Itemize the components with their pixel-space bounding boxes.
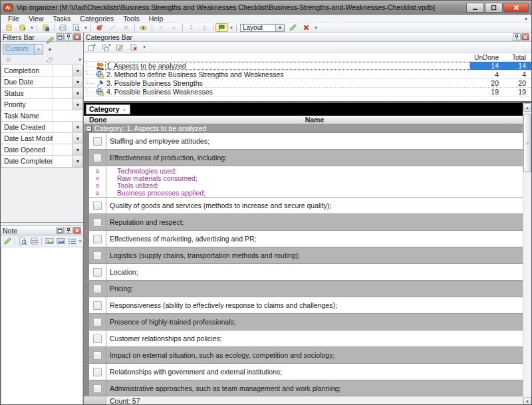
task-row[interactable]: Administrative approaches, such as team …	[84, 380, 523, 396]
category-label[interactable]: 3. Possible Business Strengths	[105, 79, 470, 87]
note-print-button[interactable]	[29, 237, 39, 246]
toolbar-overflow-icon[interactable]: ▾	[313, 25, 319, 31]
chevron-down-icon[interactable]: ▼	[72, 88, 82, 98]
task-name[interactable]: Quality of goods and services (methods t…	[106, 198, 523, 213]
task-checkbox[interactable]	[93, 351, 102, 360]
task-checkbox[interactable]	[93, 251, 102, 260]
task-row[interactable]: Customer relationships and policies;	[84, 331, 523, 347]
task-row[interactable]: Presence of highly-trained professionals…	[84, 314, 523, 331]
filter-value[interactable]	[53, 65, 72, 76]
insert-image-button[interactable]	[44, 237, 55, 246]
task-row[interactable]: Quality of goods and services (methods t…	[84, 198, 523, 214]
task-row[interactable]: Effectiveness of production, including:	[84, 150, 523, 166]
category-sort-button[interactable]: Category ▲	[86, 104, 130, 114]
category-row[interactable]: 3. Possible Business Strengths2020	[84, 79, 531, 88]
menu-item-view[interactable]: View	[24, 15, 49, 23]
task-row[interactable]: Relationships with government and extern…	[84, 364, 523, 380]
task-name[interactable]: Pricing;	[106, 281, 523, 297]
maximize-button[interactable]	[485, 3, 503, 13]
note-content[interactable]	[1, 247, 83, 405]
total-column-header[interactable]: Total	[502, 54, 531, 61]
chevron-down-icon[interactable]: ▼	[72, 76, 82, 87]
insert-object-button[interactable]	[55, 237, 66, 246]
task-name[interactable]: Logistics (supply chains, transportation…	[106, 247, 523, 263]
close-panel-icon[interactable]	[521, 33, 529, 41]
chevron-down-icon[interactable]: ▼	[72, 133, 82, 144]
chevron-down-icon[interactable]: ▼	[34, 45, 43, 54]
filters-toolbar-overflow-icon[interactable]: ▾	[78, 57, 81, 63]
task-sublist-row[interactable]: oTechnologies used;oRaw materials consum…	[84, 166, 523, 198]
task-checkbox[interactable]	[93, 137, 102, 146]
pin-panel-icon[interactable]	[65, 227, 72, 234]
menu-overflow-icon[interactable]: ▾	[525, 16, 529, 22]
toolbar-overflow-icon[interactable]: ▾	[142, 45, 147, 50]
filter-value[interactable]	[53, 122, 72, 132]
category-row[interactable]: 1. Aspects to be analyzed1414	[84, 62, 531, 70]
category-label[interactable]: 2. Method to define Business Strengths a…	[105, 70, 470, 78]
scrollbar-thumb[interactable]: ≡	[523, 114, 531, 172]
open-database-button-dropdown-icon[interactable]: ▾	[29, 25, 35, 31]
menu-item-file[interactable]: File	[3, 15, 24, 23]
task-checkbox[interactable]	[93, 268, 102, 277]
filter-value[interactable]	[53, 144, 72, 155]
task-name[interactable]: Impact on external situation, such as ec…	[106, 347, 523, 363]
note-preview-button[interactable]	[17, 237, 28, 246]
task-name[interactable]: Location;	[106, 264, 523, 280]
task-name[interactable]: Reputation and respect;	[106, 214, 523, 230]
task-name[interactable]: Staffing and employee attitudes;	[106, 133, 523, 149]
new-subcategory-button[interactable]	[100, 43, 112, 52]
task-checkbox[interactable]	[93, 218, 102, 227]
task-row[interactable]: Staffing and employee attitudes;	[84, 133, 523, 150]
task-checkbox[interactable]	[93, 384, 102, 393]
pin-panel-icon[interactable]	[513, 33, 521, 41]
open-database-button[interactable]	[16, 23, 29, 32]
restore-panel-icon[interactable]	[56, 227, 64, 234]
restore-panel-icon[interactable]	[56, 33, 64, 41]
minimize-button[interactable]	[466, 3, 484, 13]
filter-value[interactable]	[53, 156, 72, 167]
task-row[interactable]: Logistics (supply chains, transportation…	[84, 247, 523, 264]
show-notes-button[interactable]	[137, 23, 150, 32]
chevron-down-icon[interactable]: ▼	[72, 144, 82, 155]
scroll-down-icon[interactable]: ▼	[523, 397, 531, 405]
toolbar-overflow-icon[interactable]: ▾	[83, 25, 88, 31]
task-checkbox[interactable]	[93, 235, 102, 243]
edit-note-button[interactable]	[2, 237, 13, 246]
task-name[interactable]: Presence of highly-trained professionals…	[106, 314, 523, 330]
layout-mode-button[interactable]	[215, 23, 228, 32]
category-row[interactable]: 4. Possible Business Weaknesses1919	[84, 88, 531, 96]
collapse-group-icon[interactable]: −	[86, 126, 92, 132]
task-checkbox[interactable]	[93, 368, 102, 376]
group-row[interactable]: − Category: 1. Aspects to be analyzed	[84, 124, 523, 133]
task-checkbox[interactable]	[93, 335, 102, 343]
clear-filter-button[interactable]	[45, 54, 55, 63]
task-name[interactable]: Administrative approaches, such as team …	[106, 380, 523, 396]
print-preview-button[interactable]	[70, 23, 82, 32]
task-checkbox[interactable]	[93, 154, 102, 162]
note-toolbar-overflow-icon[interactable]: »	[79, 239, 82, 243]
task-name[interactable]: Effectiveness of production, including:	[106, 150, 523, 166]
chevron-down-icon[interactable]: ▼	[72, 122, 82, 132]
filter-value[interactable]	[53, 88, 72, 98]
filter-text-input[interactable]	[53, 110, 82, 121]
filter-value[interactable]	[53, 133, 72, 144]
task-name[interactable]: Effectiveness of marketing, advertising …	[106, 231, 523, 247]
menu-item-categories[interactable]: Categories	[75, 15, 118, 23]
task-row[interactable]: Effectiveness of marketing, advertising …	[84, 231, 523, 247]
filter-value[interactable]	[53, 99, 72, 110]
pin-panel-icon[interactable]	[65, 33, 72, 41]
category-label[interactable]: 4. Possible Business Weaknesses	[105, 88, 470, 96]
task-row[interactable]: Pricing;	[84, 281, 523, 297]
apply-filter-button[interactable]	[45, 35, 55, 45]
chevron-down-icon[interactable]: ▼	[72, 156, 82, 167]
task-name[interactable]: Responsiveness (ability to effectively r…	[106, 297, 523, 313]
menu-item-help[interactable]: Help	[144, 15, 168, 23]
category-row[interactable]: 2. Method to define Business Strengths a…	[84, 70, 531, 79]
close-button[interactable]	[503, 3, 529, 13]
close-panel-icon[interactable]	[73, 33, 81, 41]
bullet-list-button[interactable]	[66, 237, 77, 246]
edit-category-button[interactable]	[114, 43, 126, 52]
scroll-up-icon[interactable]: ▲	[523, 103, 531, 112]
task-row[interactable]: Responsiveness (ability to effectively r…	[84, 297, 523, 314]
task-row[interactable]: Impact on external situation, such as ec…	[84, 347, 523, 364]
